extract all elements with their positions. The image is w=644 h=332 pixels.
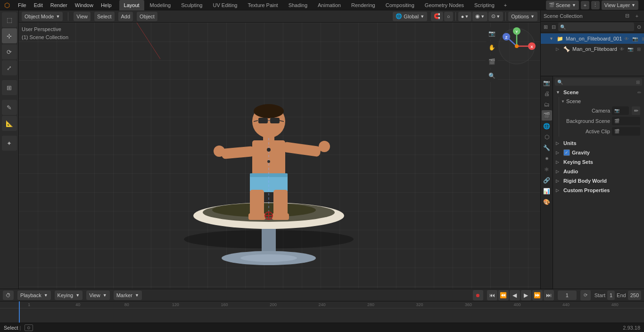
- scene-sub-header[interactable]: ▼ Scene: [561, 97, 642, 105]
- outliner-item-armature[interactable]: ▷ 🦴 Man_on_Fliteboard 👁 📷 ⊞: [541, 44, 644, 54]
- status-icon[interactable]: ⊙: [25, 324, 33, 331]
- camera-picker-icon[interactable]: ✏: [632, 106, 640, 115]
- tab-layout[interactable]: Layout: [119, 0, 144, 10]
- pan-view-icon[interactable]: ✋: [486, 41, 498, 54]
- keying-sets-section-header[interactable]: ▷ Keying Sets: [555, 157, 642, 167]
- menu-edit[interactable]: Edit: [30, 1, 47, 9]
- outliner-search-input[interactable]: [567, 24, 632, 30]
- outliner-item-collection[interactable]: ▼ 📁 Man_on_Fliteboard_001 👁 📷 ⊞: [541, 33, 644, 44]
- overlay-dropdown[interactable]: ⊙▼: [488, 12, 503, 21]
- measure-tool-button[interactable]: 📐: [2, 116, 17, 131]
- tab-sculpting[interactable]: Sculpting: [176, 0, 207, 10]
- transform-tool-button[interactable]: ⊞: [2, 80, 17, 95]
- play-reverse-button[interactable]: ◀: [510, 290, 520, 300]
- frame-options-button[interactable]: ⟳: [580, 290, 591, 300]
- play-button[interactable]: ▶: [521, 290, 531, 300]
- gravity-section-header[interactable]: ▷ ✓ Gravity: [555, 148, 642, 157]
- background-scene-value[interactable]: 🎬: [612, 117, 640, 125]
- playback-dropdown[interactable]: Playback ▼: [17, 291, 51, 300]
- outliner-armature-visibility[interactable]: 👁: [618, 45, 626, 53]
- viewport-object-menu[interactable]: Object: [137, 12, 157, 21]
- props-render-icon[interactable]: 📷: [542, 78, 552, 88]
- object-mode-dropdown[interactable]: Object Mode ▼: [22, 12, 63, 21]
- outliner-armature-render[interactable]: 📷: [627, 45, 634, 53]
- record-button[interactable]: ⏺: [473, 290, 483, 300]
- tab-rendering[interactable]: Rendering: [347, 0, 380, 10]
- tab-animation[interactable]: Animation: [313, 0, 346, 10]
- timeline-ruler[interactable]: 1 40 80 120 160 200 240 280 320 360 400 …: [0, 301, 644, 323]
- view-layer-selector[interactable]: View Layer ▼: [602, 0, 638, 10]
- menu-window[interactable]: Window: [71, 1, 97, 9]
- props-physics-icon[interactable]: ⚛: [542, 164, 552, 175]
- navigation-gizmo[interactable]: X Y Z: [498, 27, 536, 65]
- timeline-view-dropdown[interactable]: View ▼: [86, 291, 110, 300]
- props-particles-icon[interactable]: ⁕: [542, 154, 552, 164]
- tab-geometry-nodes[interactable]: Geometry Nodes: [420, 0, 469, 10]
- render-shading-dropdown[interactable]: ●▼: [458, 12, 472, 21]
- outliner-visibility-filter[interactable]: ⊙: [636, 23, 642, 31]
- tab-shading[interactable]: Shading: [284, 0, 312, 10]
- audio-section-header[interactable]: ▷ Audio: [555, 167, 642, 176]
- scene-menu-button[interactable]: ⋮: [591, 1, 600, 9]
- props-constraints-icon[interactable]: 🔗: [542, 175, 552, 186]
- outliner-armature-select[interactable]: ⊞: [635, 45, 643, 53]
- tab-scripting[interactable]: Scripting: [470, 0, 499, 10]
- scale-tool-button[interactable]: ⤢: [2, 60, 17, 75]
- props-object-icon[interactable]: ⬡: [542, 132, 552, 142]
- props-scene-icon[interactable]: 🎬: [542, 110, 552, 121]
- rotate-tool-button[interactable]: ⟳: [2, 44, 17, 59]
- outliner-icon-filter[interactable]: ⊟: [551, 23, 557, 31]
- jump-start-button[interactable]: ⏮: [487, 290, 497, 300]
- units-section-header[interactable]: ▷ Units: [555, 138, 642, 148]
- select-tool-button[interactable]: ⬚: [2, 12, 17, 27]
- menu-help[interactable]: Help: [97, 1, 116, 9]
- active-clip-value[interactable]: 🎬: [612, 127, 640, 136]
- camera-view-icon[interactable]: 📷: [486, 27, 498, 40]
- viewport-view-menu[interactable]: View: [74, 12, 91, 21]
- props-world-icon[interactable]: 🌐: [542, 121, 552, 131]
- properties-search-input[interactable]: [564, 79, 635, 85]
- props-data-icon[interactable]: 📊: [542, 186, 552, 196]
- tab-modeling[interactable]: Modeling: [145, 0, 176, 10]
- outliner-item-select-toggle[interactable]: ⊞: [640, 35, 644, 42]
- outliner-item-arrow[interactable]: ▼: [549, 36, 556, 41]
- step-back-button[interactable]: ⏪: [498, 290, 509, 300]
- add-tool-button[interactable]: ✦: [2, 136, 17, 151]
- menu-file[interactable]: File: [14, 1, 30, 9]
- move-tool-button[interactable]: ⊹: [2, 28, 17, 43]
- new-scene-button[interactable]: +: [581, 1, 589, 9]
- proportional-edit-toggle[interactable]: ○: [444, 12, 453, 21]
- playhead[interactable]: [19, 301, 20, 323]
- viewport-shading-dropdown[interactable]: ◉▼: [472, 12, 487, 21]
- rigid-body-section-header[interactable]: ▷ Rigid Body World: [555, 176, 642, 186]
- snap-toggle[interactable]: 🧲: [431, 12, 443, 21]
- props-scene-section-header[interactable]: ▼ Scene ✏: [555, 88, 642, 97]
- transform-orientation-dropdown[interactable]: 🌐 Global ▼: [393, 12, 427, 21]
- timeline-mode-icon[interactable]: ⏱: [3, 291, 14, 300]
- jump-end-button[interactable]: ⏭: [544, 290, 554, 300]
- viewport-canvas[interactable]: User Perspective (1) Scene Collection 📷 …: [19, 23, 540, 289]
- viewport-add-menu[interactable]: Add: [118, 12, 133, 21]
- options-dropdown[interactable]: Options ▼: [508, 12, 537, 21]
- outliner-filter-icon[interactable]: ⊟: [623, 12, 631, 20]
- viewport-select-menu[interactable]: Select: [94, 12, 115, 21]
- step-forward-button[interactable]: ⏩: [532, 290, 543, 300]
- camera-value[interactable]: 📷: [612, 106, 629, 115]
- annotate-tool-button[interactable]: ✎: [2, 100, 17, 115]
- outliner-new-collection-icon[interactable]: +: [633, 12, 641, 20]
- current-frame-input[interactable]: [558, 291, 577, 300]
- props-output-icon[interactable]: 🖨: [542, 89, 552, 99]
- outliner-armature-arrow[interactable]: ▷: [556, 47, 562, 51]
- scene-section-edit-icon[interactable]: ✏: [637, 90, 641, 95]
- marker-dropdown[interactable]: Marker ▼: [114, 291, 142, 300]
- outliner-icon-mode[interactable]: ⊞: [543, 23, 549, 31]
- gravity-checkbox[interactable]: ✓: [563, 149, 570, 156]
- keying-dropdown[interactable]: Keying ▼: [55, 291, 83, 300]
- end-frame-field[interactable]: 250: [628, 291, 641, 300]
- orbit-view-icon[interactable]: 🎬: [486, 56, 498, 68]
- custom-props-section-header[interactable]: ▷ Custom Properties: [555, 186, 642, 195]
- tab-texture-paint[interactable]: Texture Paint: [243, 0, 282, 10]
- search-options-icon[interactable]: ⊞: [636, 80, 640, 85]
- tab-uv-editing[interactable]: UV Editing: [208, 0, 242, 10]
- zoom-view-icon[interactable]: 🔍: [486, 70, 498, 82]
